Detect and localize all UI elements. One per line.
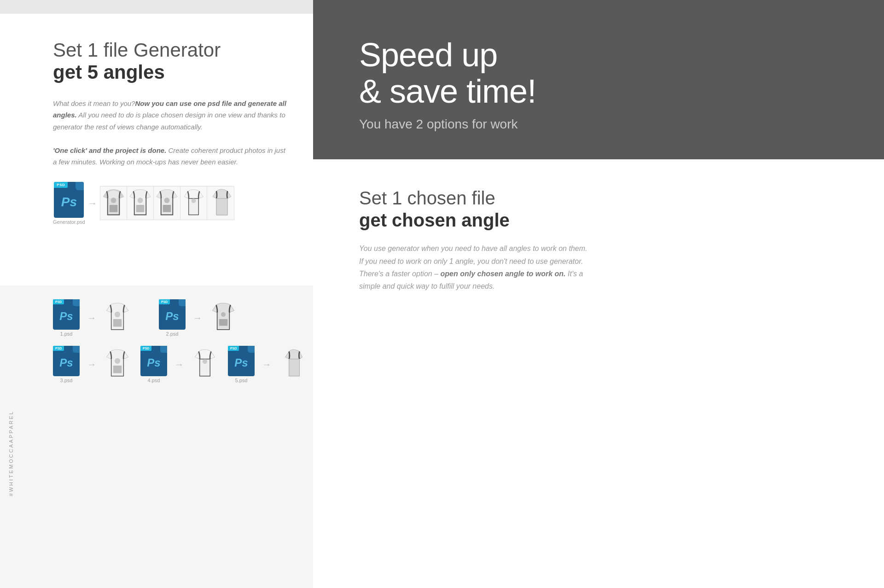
chosen-description: You use generator when you need to have …	[359, 242, 589, 292]
svg-point-16	[203, 359, 207, 363]
svg-point-11	[221, 312, 226, 316]
chosen-title-light: Set 1 chosen file	[359, 187, 838, 209]
psd-2-badge: PSD	[159, 299, 170, 304]
psd-1-label: 1.psd	[60, 331, 73, 337]
bottom-row-1: PSD Ps 1.psd →	[53, 299, 299, 337]
psd-3-badge: PSD	[53, 346, 64, 351]
psd-2-icon: PSD Ps 2.psd	[159, 299, 186, 337]
shirt-svg-2	[127, 186, 153, 220]
svg-rect-3	[136, 205, 144, 212]
shirt-result-svg-1	[104, 300, 131, 334]
psd-1-corner	[73, 299, 80, 306]
psd-4-icon: PSD Ps 4.psd	[140, 346, 167, 383]
svg-rect-12	[219, 319, 228, 326]
shirt-svg-3	[154, 186, 180, 220]
speed-title: Speed up & save time!	[359, 37, 838, 110]
psd-3-ps: Ps	[59, 356, 73, 369]
svg-point-0	[110, 198, 116, 203]
arrow-2: →	[87, 313, 96, 323]
desc-prefix: What does it mean to you?	[53, 99, 135, 107]
left-top-card: Set 1 file Generator get 5 angles What d…	[0, 14, 313, 285]
psd-4-ps: Ps	[147, 356, 160, 369]
shirt-result-1	[104, 300, 131, 336]
svg-point-9	[115, 311, 120, 317]
shirt-result-2	[209, 300, 237, 336]
psd-5-corner	[248, 346, 255, 353]
left-wrapper: Set 1 file Generator get 5 angles What d…	[0, 0, 313, 588]
shirt-svg-5	[207, 186, 234, 220]
right-panel: Speed up & save time! You have 2 options…	[313, 0, 884, 588]
arrow-6: →	[262, 359, 271, 370]
psd-2-corner	[179, 299, 186, 306]
arrow-4: →	[87, 359, 96, 370]
psd-file-body: PSD Ps	[54, 182, 84, 218]
psd-3-corner	[73, 346, 80, 353]
shirt-cell-3	[154, 186, 180, 220]
psd-4-badge: PSD	[140, 346, 151, 351]
psd-2-label: 2.psd	[166, 331, 179, 337]
ps-text: Ps	[61, 195, 77, 210]
shirt-cell-4	[180, 186, 207, 220]
title-bold: get 5 angles	[53, 61, 288, 83]
right-bottom-section: Set 1 chosen file get chosen angle You u…	[313, 159, 884, 588]
shirt-result-svg-4	[191, 347, 219, 381]
generator-psd-icon: PSD Ps Generator.psd	[53, 182, 85, 225]
desc-bold-2: 'One click' and the project is done.	[53, 146, 166, 154]
options-subtitle: You have 2 options for work	[359, 117, 838, 132]
chosen-title-bold: get chosen angle	[359, 209, 838, 231]
psd-5-body: PSD Ps	[228, 346, 255, 376]
svg-rect-14	[113, 366, 122, 373]
svg-rect-1	[109, 205, 117, 212]
psd-1-icon: PSD Ps 1.psd	[53, 299, 80, 337]
shirt-svg-1	[100, 186, 127, 220]
psd-badge: PSD	[54, 182, 68, 188]
shirt-cell-5	[207, 186, 234, 220]
page-wrapper: Set 1 file Generator get 5 angles What d…	[0, 0, 884, 588]
psd-4-label: 4.psd	[148, 378, 160, 383]
svg-point-7	[191, 198, 196, 203]
shirt-result-svg-2	[209, 300, 237, 334]
shirt-result-svg-5	[279, 347, 306, 381]
title-light: Set 1 file Generator	[53, 39, 288, 61]
psd-5-icon: PSD Ps 5.psd	[228, 346, 255, 383]
svg-point-2	[137, 198, 143, 203]
speed-line1: Speed up	[359, 36, 497, 73]
svg-point-13	[115, 358, 120, 363]
svg-rect-8	[216, 198, 227, 215]
psd-5-badge: PSD	[228, 346, 239, 351]
generator-row: PSD Ps Generator.psd →	[53, 182, 288, 225]
svg-rect-17	[289, 359, 300, 376]
right-top-section: Speed up & save time! You have 2 options…	[313, 0, 884, 159]
psd-5-label: 5.psd	[235, 378, 248, 383]
desc-rest-1: All you need to do is place chosen desig…	[53, 111, 285, 131]
watermark: #WHITEMOCCAAPPAREL	[8, 410, 14, 496]
shirt-result-5	[279, 347, 306, 383]
shirt-result-svg-3	[104, 347, 131, 381]
psd-4-corner	[160, 346, 167, 353]
shirt-cell-2	[127, 186, 154, 220]
left-title: Set 1 file Generator get 5 angles	[53, 39, 288, 84]
svg-point-4	[164, 198, 169, 203]
psd-2-ps: Ps	[165, 310, 179, 323]
five-shirts-strip	[100, 186, 234, 220]
psd-corner	[76, 182, 84, 190]
svg-rect-10	[113, 319, 122, 326]
chosen-desc-bold: open only chosen angle to work on.	[441, 270, 566, 278]
psd-5-ps: Ps	[234, 356, 248, 369]
shirt-svg-4	[180, 186, 207, 220]
psd-3-label: 3.psd	[60, 378, 73, 383]
bottom-row-2: PSD Ps 3.psd →	[53, 346, 299, 383]
shirt-cell-1	[100, 186, 127, 220]
arrow-5: →	[174, 359, 184, 370]
shirt-result-4	[191, 347, 219, 383]
psd-4-body: PSD Ps	[140, 346, 167, 376]
speed-line2: & save time!	[359, 73, 536, 110]
psd-1-ps: Ps	[59, 310, 73, 323]
psd-3-icon: PSD Ps 3.psd	[53, 346, 80, 383]
svg-rect-5	[163, 205, 171, 212]
psd-3-body: PSD Ps	[53, 346, 80, 376]
generator-filename: Generator.psd	[53, 219, 85, 225]
arrow-1: →	[88, 198, 97, 209]
psd-1-badge: PSD	[53, 299, 64, 304]
description-block: What does it mean to you?Now you can use…	[53, 98, 288, 168]
